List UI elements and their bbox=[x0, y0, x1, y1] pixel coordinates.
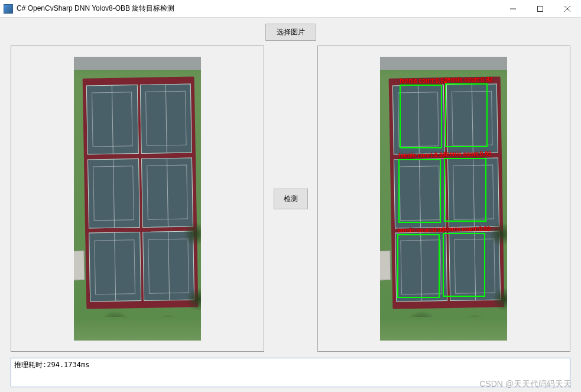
result-image-panel: tennis court:0.92tennis court:0.92tennis… bbox=[317, 46, 571, 352]
titlebar: C# OpenCvSharp DNN Yolov8-OBB 旋转目标检测 bbox=[0, 0, 581, 18]
app-icon bbox=[4, 4, 13, 14]
detection-label: tennis court:0.92 bbox=[400, 77, 447, 84]
svg-rect-1 bbox=[538, 6, 543, 11]
minimize-button[interactable] bbox=[499, 0, 527, 17]
window-title: C# OpenCvSharp DNN Yolov8-OBB 旋转目标检测 bbox=[17, 4, 174, 14]
maximize-button[interactable] bbox=[527, 0, 554, 17]
detection-label: tennis court:0.92 bbox=[398, 152, 446, 158]
window-controls bbox=[499, 0, 581, 17]
detection-label: tennis court:0.92 bbox=[445, 76, 492, 83]
close-button[interactable] bbox=[554, 0, 581, 17]
result-image: tennis court:0.92tennis court:0.92tennis… bbox=[380, 57, 507, 341]
image-row: 检测 tennis court:0.92tennis court:0.92ten… bbox=[11, 46, 570, 352]
detect-column: 检测 bbox=[270, 46, 311, 352]
titlebar-left: C# OpenCvSharp DNN Yolov8-OBB 旋转目标检测 bbox=[4, 4, 174, 14]
detection-label: tennis court:0.92 bbox=[444, 151, 491, 157]
select-image-button[interactable]: 选择图片 bbox=[265, 24, 316, 41]
detection-label: tennis court:0.92 bbox=[397, 227, 444, 234]
output-textbox[interactable] bbox=[11, 358, 570, 387]
source-image-panel bbox=[11, 46, 264, 352]
top-button-row: 选择图片 bbox=[11, 24, 570, 41]
client-area: 选择图片 检测 bbox=[0, 18, 581, 392]
detect-button[interactable]: 检测 bbox=[274, 189, 308, 209]
source-image bbox=[74, 57, 201, 341]
detection-label: tennis court:0.92 bbox=[443, 226, 490, 232]
